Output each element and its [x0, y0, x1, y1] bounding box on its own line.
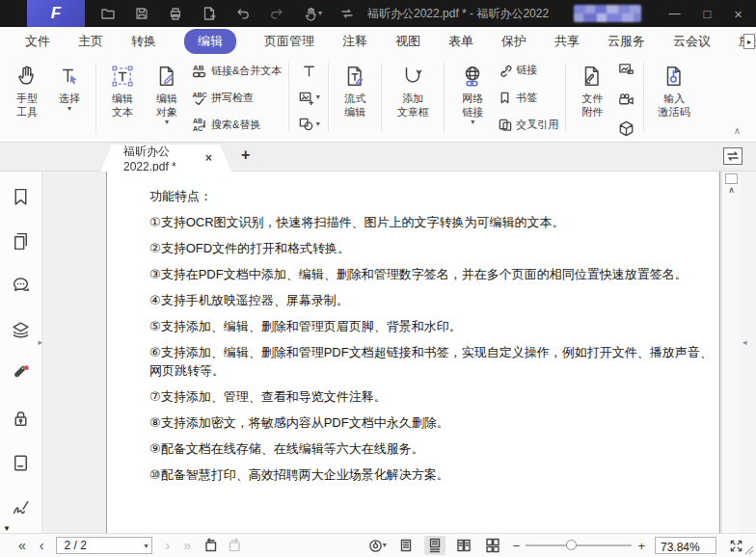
- cross-reference-button[interactable]: 交叉引用: [498, 118, 558, 132]
- tab-view[interactable]: 视图: [395, 33, 420, 50]
- first-page-button[interactable]: «: [18, 539, 26, 552]
- continuous-facing-layout-button[interactable]: [482, 536, 503, 555]
- print-button[interactable]: [168, 6, 183, 21]
- customize-toolbar-icon: [340, 7, 354, 20]
- notification-dot: [24, 365, 29, 370]
- redo-button[interactable]: [269, 6, 284, 21]
- tab-page-management[interactable]: 页面管理: [264, 33, 314, 50]
- zoom-slider-track[interactable]: [526, 544, 632, 546]
- previous-page-button[interactable]: ‹: [40, 539, 44, 552]
- tab-form[interactable]: 表单: [448, 33, 473, 50]
- next-page-button[interactable]: ›: [165, 539, 170, 552]
- 3d-annotation-button[interactable]: [617, 119, 635, 138]
- zoom-value-input[interactable]: [656, 541, 712, 554]
- tab-home[interactable]: 主页: [78, 33, 103, 50]
- last-page-button[interactable]: »: [183, 539, 191, 552]
- file-attachment-button[interactable]: 文件 附件: [571, 61, 613, 119]
- video-button[interactable]: [617, 91, 635, 109]
- dropdown-caret-icon: ▾: [68, 105, 71, 113]
- tabs-overflow-arrow[interactable]: ▸: [743, 34, 755, 49]
- tab-comment[interactable]: 注释: [342, 33, 367, 50]
- security-panel-button[interactable]: [11, 409, 31, 429]
- comments-panel-button[interactable]: [11, 276, 31, 296]
- tab-share[interactable]: 共享: [554, 33, 580, 50]
- navigation-sidebar: ▸ ▼: [0, 172, 42, 533]
- scrollbar-thumb[interactable]: [725, 173, 738, 184]
- previous-view-button[interactable]: [202, 538, 218, 553]
- switch-tabs-button[interactable]: [723, 147, 742, 165]
- hand-tool-button[interactable]: 手型 工具: [6, 61, 48, 119]
- tab-file[interactable]: 文件: [25, 33, 50, 50]
- tab-cloud-meeting[interactable]: 云会议: [673, 33, 711, 50]
- tab-cloud-service[interactable]: 云服务: [608, 33, 645, 50]
- edit-text-button[interactable]: 编辑 文本: [101, 61, 144, 119]
- flow-edit-button[interactable]: 流式 编辑: [334, 61, 376, 119]
- spell-check-button[interactable]: ABC 拼写检查: [192, 90, 282, 105]
- new-document-button[interactable]: [202, 6, 217, 21]
- page-number-input[interactable]: [57, 539, 134, 552]
- link-button[interactable]: 链接: [498, 63, 558, 77]
- close-button[interactable]: ×: [734, 7, 742, 21]
- select-tool-button[interactable]: 选择 ▾: [48, 61, 91, 113]
- pdf-page[interactable]: 功能特点： ①支持OCR图文识别，快速将扫描件、图片上的文字转换为可编辑的文本。…: [106, 172, 720, 533]
- document-viewport[interactable]: 功能特点： ①支持OCR图文识别，快速将扫描件、图片上的文字转换为可编辑的文本。…: [42, 172, 721, 533]
- pages-panel-button[interactable]: [11, 231, 31, 252]
- zoom-out-button[interactable]: −: [513, 540, 521, 552]
- document-tab[interactable]: 福昕办公2022.pdf * ×: [100, 145, 231, 172]
- window-resize-grip[interactable]: [743, 544, 754, 555]
- dropdown-caret-icon[interactable]: ▾: [144, 543, 148, 550]
- bookmarks-panel-button[interactable]: [11, 187, 31, 207]
- customize-toolbar-button[interactable]: [340, 7, 354, 20]
- expand-bottom-panel-handle[interactable]: ▼: [3, 524, 11, 533]
- edit-object-button[interactable]: 编辑 对象 ▾: [144, 61, 190, 126]
- layers-panel-button[interactable]: [11, 320, 31, 340]
- add-image-button[interactable]: ▾: [298, 90, 320, 106]
- doc-line: ⑧支持添加密文，将敏感内容从PDF文档中永久删除。: [149, 413, 716, 432]
- activation-code-button[interactable]: 输入 激活码: [649, 61, 699, 119]
- zoom-slider[interactable]: − +: [513, 540, 645, 552]
- add-text-button[interactable]: [301, 63, 317, 79]
- add-article-box-button[interactable]: 添加 文章框: [387, 61, 439, 119]
- link-merge-text-button[interactable]: AB 链接&合并文本: [192, 63, 282, 78]
- tab-edit[interactable]: 编辑: [184, 29, 236, 54]
- minimize-button[interactable]: —: [668, 8, 680, 19]
- zoom-in-button[interactable]: +: [637, 540, 645, 552]
- fullscreen-button[interactable]: [729, 539, 743, 553]
- signature-panel-button[interactable]: [11, 497, 31, 517]
- statusbar: « ‹ ▾ › » ▾ − +: [0, 533, 756, 557]
- bookmark-button[interactable]: 书签: [498, 91, 558, 105]
- maximize-button[interactable]: □: [703, 8, 711, 20]
- undo-button[interactable]: [235, 6, 251, 21]
- save-button[interactable]: [134, 6, 149, 21]
- single-page-layout-button[interactable]: [395, 536, 417, 555]
- expand-right-panel-handle[interactable]: ◂: [742, 337, 747, 347]
- open-file-button[interactable]: [100, 6, 116, 21]
- attachments-panel-button[interactable]: [11, 364, 31, 385]
- search-replace-icon: ABAC: [192, 117, 207, 132]
- link-icon: [498, 63, 512, 77]
- scroll-up-icon[interactable]: ∧: [728, 186, 735, 195]
- bookmark-panel-icon: [11, 187, 31, 207]
- page-number-box[interactable]: ▾: [56, 537, 152, 554]
- tab-convert[interactable]: 转换: [131, 33, 156, 50]
- vertical-scrollbar[interactable]: ∧: [721, 172, 741, 533]
- hand-tool-quick-button[interactable]: ▾: [303, 6, 322, 21]
- search-replace-button[interactable]: ABAC 搜索&替换: [192, 117, 282, 132]
- tab-close-icon[interactable]: ×: [205, 151, 212, 165]
- destinations-panel-button[interactable]: [11, 453, 31, 473]
- continuous-layout-button[interactable]: [424, 536, 446, 555]
- zoom-slider-thumb[interactable]: [566, 540, 577, 550]
- web-link-button[interactable]: 网络 链接 ▾: [449, 61, 496, 126]
- new-tab-button[interactable]: +: [241, 146, 250, 164]
- user-avatar[interactable]: [574, 5, 641, 22]
- svg-text:ABC: ABC: [193, 92, 207, 98]
- zoom-value-box[interactable]: [655, 537, 716, 554]
- facing-layout-button[interactable]: [453, 536, 474, 555]
- view-mode-button[interactable]: ▾: [368, 539, 387, 553]
- add-shape-button[interactable]: ▾: [298, 116, 320, 132]
- dropdown-caret-icon[interactable]: ▾: [383, 542, 387, 549]
- image-annotation-button[interactable]: [617, 61, 635, 79]
- tab-protect[interactable]: 保护: [501, 33, 526, 50]
- next-view-button[interactable]: [228, 538, 243, 553]
- collapse-ribbon-button[interactable]: ∧: [734, 126, 741, 136]
